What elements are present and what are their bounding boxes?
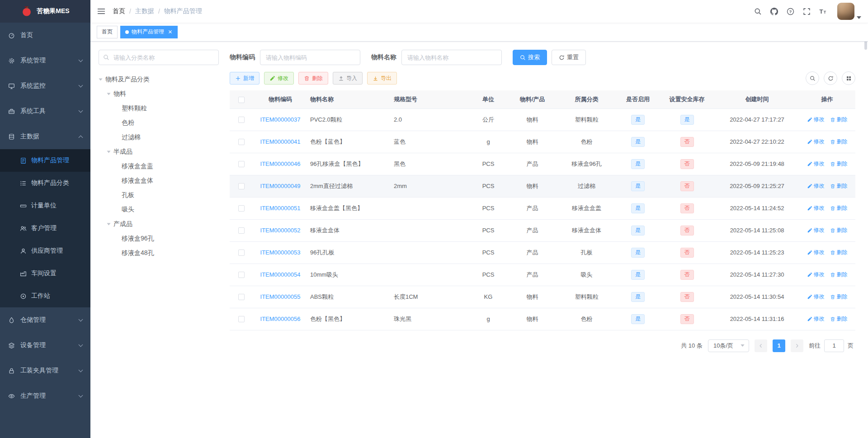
row-edit-button[interactable]: 修改 <box>807 293 825 301</box>
row-checkbox[interactable] <box>238 139 245 145</box>
row-edit-button[interactable]: 修改 <box>807 116 825 123</box>
toggle-columns-button[interactable] <box>842 71 855 85</box>
sidebar-item-home[interactable]: 首页 <box>0 23 90 48</box>
sidebar-item-master-data[interactable]: 主数据 <box>0 124 90 149</box>
delete-button[interactable]: 删除 <box>298 72 328 85</box>
help-icon[interactable] <box>787 8 794 15</box>
tree-node-box-96[interactable]: 移液盒96孔 <box>99 231 219 246</box>
import-button[interactable]: 导入 <box>333 72 363 85</box>
tree-node-root[interactable]: 物料及产品分类 <box>99 72 219 87</box>
row-edit-button[interactable]: 修改 <box>807 182 825 190</box>
row-checkbox[interactable] <box>238 205 245 212</box>
tree-node-filter-cotton[interactable]: 过滤棉 <box>99 130 219 145</box>
sidebar-item-workshop-settings[interactable]: 车间设置 <box>0 262 90 285</box>
row-checkbox[interactable] <box>238 272 245 278</box>
row-delete-button[interactable]: 删除 <box>830 116 848 123</box>
search-button[interactable]: 搜索 <box>513 50 547 65</box>
fullscreen-icon[interactable] <box>803 8 811 15</box>
row-checkbox[interactable] <box>238 294 245 300</box>
close-icon[interactable] <box>168 29 173 34</box>
row-checkbox[interactable] <box>238 316 245 322</box>
tree-node-well-plate[interactable]: 孔板 <box>99 188 219 203</box>
row-edit-button[interactable]: 修改 <box>807 271 825 278</box>
material-code-input[interactable] <box>260 50 360 65</box>
current-page[interactable]: 1 <box>773 339 785 352</box>
sidebar-item-system-tools[interactable]: 系统工具 <box>0 99 90 124</box>
row-delete-button[interactable]: 删除 <box>830 138 848 146</box>
tree-node-box-48[interactable]: 移液盒48孔 <box>99 246 219 260</box>
breadcrumb-home[interactable]: 首页 <box>113 7 125 15</box>
sidebar-item-customer-management[interactable]: 客户管理 <box>0 217 90 240</box>
row-delete-button[interactable]: 删除 <box>830 249 848 256</box>
row-edit-button[interactable]: 修改 <box>807 226 825 234</box>
sidebar-item-equipment-management[interactable]: 设备管理 <box>0 333 90 358</box>
row-delete-button[interactable]: 删除 <box>830 204 848 212</box>
sidebar-item-supplier-management[interactable]: 供应商管理 <box>0 240 90 262</box>
add-button[interactable]: 新增 <box>230 72 259 85</box>
github-icon[interactable] <box>770 8 778 15</box>
material-code-link[interactable]: ITEM00000056 <box>260 316 301 322</box>
sidebar-item-production-management[interactable]: 生产管理 <box>0 383 90 409</box>
reset-button[interactable]: 重置 <box>552 50 586 65</box>
font-size-icon[interactable] <box>819 8 827 15</box>
export-button[interactable]: 导出 <box>367 72 397 85</box>
select-all-checkbox[interactable] <box>238 97 245 103</box>
row-edit-button[interactable]: 修改 <box>807 204 825 212</box>
row-checkbox[interactable] <box>238 183 245 189</box>
tree-node-material[interactable]: 物料 <box>99 87 219 101</box>
sidebar-item-warehouse-management[interactable]: 仓储管理 <box>0 307 90 333</box>
user-menu[interactable] <box>837 3 861 20</box>
sidebar-item-workstation[interactable]: 工作站 <box>0 285 90 307</box>
material-code-link[interactable]: ITEM00000041 <box>260 138 301 145</box>
row-edit-button[interactable]: 修改 <box>807 138 825 146</box>
material-code-link[interactable]: ITEM00000054 <box>260 271 301 278</box>
material-code-link[interactable]: ITEM00000051 <box>260 205 301 212</box>
search-icon[interactable] <box>754 8 762 15</box>
toggle-search-button[interactable] <box>806 71 819 85</box>
material-code-link[interactable]: ITEM00000055 <box>260 293 301 300</box>
row-checkbox[interactable] <box>238 227 245 234</box>
material-code-link[interactable]: ITEM00000052 <box>260 227 301 234</box>
avatar[interactable] <box>837 3 854 20</box>
prev-page-button[interactable] <box>755 339 767 352</box>
tree-node-finished-goods[interactable]: 产成品 <box>99 217 219 231</box>
row-checkbox[interactable] <box>238 250 245 256</box>
material-code-link[interactable]: ITEM00000053 <box>260 249 301 256</box>
tree-node-plastic-granule[interactable]: 塑料颗粒 <box>99 101 219 116</box>
row-delete-button[interactable]: 删除 <box>830 182 848 190</box>
page-size-select[interactable]: 10条/页 <box>708 339 749 352</box>
edit-button[interactable]: 修改 <box>264 72 294 85</box>
refresh-table-button[interactable] <box>824 71 837 85</box>
next-page-button[interactable] <box>791 339 803 352</box>
row-edit-button[interactable]: 修改 <box>807 249 825 256</box>
row-checkbox[interactable] <box>238 161 245 167</box>
row-checkbox[interactable] <box>238 117 245 123</box>
material-code-link[interactable]: ITEM00000046 <box>260 160 301 167</box>
tree-node-tip[interactable]: 吸头 <box>99 203 219 217</box>
row-delete-button[interactable]: 删除 <box>830 160 848 168</box>
category-search-input[interactable] <box>99 50 219 65</box>
material-name-input[interactable] <box>401 50 502 65</box>
material-code-link[interactable]: ITEM00000049 <box>260 183 301 189</box>
tree-node-box-body[interactable]: 移液盒盒体 <box>99 174 219 188</box>
row-edit-button[interactable]: 修改 <box>807 160 825 168</box>
tree-node-color-powder[interactable]: 色粉 <box>99 116 219 130</box>
sidebar-item-material-product-management[interactable]: 物料产品管理 <box>0 149 90 172</box>
sidebar-item-system-monitor[interactable]: 系统监控 <box>0 73 90 99</box>
row-edit-button[interactable]: 修改 <box>807 315 825 323</box>
app-logo[interactable]: 苦糖果MES <box>0 0 90 23</box>
sidebar-item-material-product-category[interactable]: 物料产品分类 <box>0 172 90 194</box>
goto-page-input[interactable] <box>824 339 844 352</box>
sidebar-item-measurement-unit[interactable]: 计量单位 <box>0 194 90 217</box>
row-delete-button[interactable]: 删除 <box>830 271 848 278</box>
row-delete-button[interactable]: 删除 <box>830 293 848 301</box>
material-code-link[interactable]: ITEM00000037 <box>260 116 301 123</box>
tree-node-semi-finished[interactable]: 半成品 <box>99 145 219 159</box>
tree-node-box-lid[interactable]: 移液盒盒盖 <box>99 159 219 174</box>
row-delete-button[interactable]: 删除 <box>830 226 848 234</box>
sidebar-item-system-management[interactable]: 系统管理 <box>0 48 90 73</box>
tab-home[interactable]: 首页 <box>97 26 118 38</box>
hamburger-icon[interactable] <box>97 7 105 15</box>
sidebar-item-tooling-fixture-management[interactable]: 工装夹具管理 <box>0 358 90 383</box>
row-delete-button[interactable]: 删除 <box>830 315 848 323</box>
